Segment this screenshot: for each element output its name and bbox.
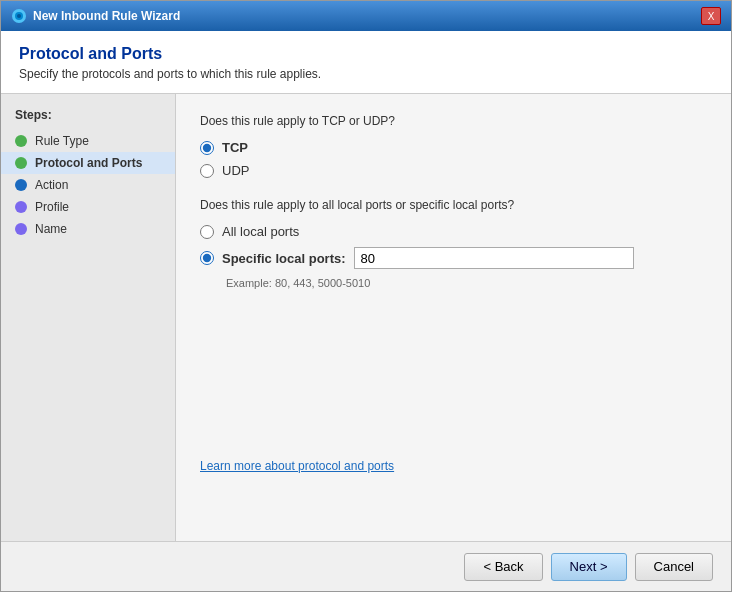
step-dot-action (15, 179, 27, 191)
footer: < Back Next > Cancel (1, 541, 731, 591)
close-button[interactable]: X (701, 7, 721, 25)
ports-radio-group: All local ports Specific local ports: Ex… (200, 224, 707, 289)
all-ports-radio-item: All local ports (200, 224, 707, 239)
sidebar: Steps: Rule Type Protocol and Ports Acti… (1, 94, 176, 541)
content-area: Steps: Rule Type Protocol and Ports Acti… (1, 94, 731, 541)
step-dot-protocol-and-ports (15, 157, 27, 169)
specific-ports-radio-item: Specific local ports: (200, 247, 707, 269)
sidebar-item-action[interactable]: Action (1, 174, 175, 196)
specific-ports-radio[interactable] (200, 251, 214, 265)
ports-example: Example: 80, 443, 5000-5010 (226, 277, 707, 289)
sidebar-item-profile[interactable]: Profile (1, 196, 175, 218)
sidebar-label-rule-type: Rule Type (35, 134, 89, 148)
svg-point-2 (17, 14, 21, 18)
main-panel: Does this rule apply to TCP or UDP? TCP … (176, 94, 731, 541)
sidebar-label-name: Name (35, 222, 67, 236)
sidebar-label-protocol-and-ports: Protocol and Ports (35, 156, 142, 170)
steps-label: Steps: (1, 108, 175, 130)
udp-radio[interactable] (200, 164, 214, 178)
page-title: Protocol and Ports (19, 45, 713, 63)
tcp-label[interactable]: TCP (222, 140, 248, 155)
step-dot-profile (15, 201, 27, 213)
title-bar-controls: X (701, 7, 721, 25)
sidebar-item-protocol-and-ports[interactable]: Protocol and Ports (1, 152, 175, 174)
window-title: New Inbound Rule Wizard (33, 9, 180, 23)
udp-label[interactable]: UDP (222, 163, 249, 178)
step-dot-rule-type (15, 135, 27, 147)
page-subtitle: Specify the protocols and ports to which… (19, 67, 713, 81)
step-dot-name (15, 223, 27, 235)
ports-input[interactable] (354, 247, 634, 269)
specific-ports-label[interactable]: Specific local ports: (222, 251, 346, 266)
title-bar-left: New Inbound Rule Wizard (11, 8, 180, 24)
sidebar-item-name[interactable]: Name (1, 218, 175, 240)
protocol-radio-group: TCP UDP (200, 140, 707, 178)
next-button[interactable]: Next > (551, 553, 627, 581)
learn-more-link[interactable]: Learn more about protocol and ports (200, 459, 394, 473)
window-icon (11, 8, 27, 24)
sidebar-label-profile: Profile (35, 200, 69, 214)
ports-question: Does this rule apply to all local ports … (200, 198, 707, 212)
title-bar: New Inbound Rule Wizard X (1, 1, 731, 31)
header-section: Protocol and Ports Specify the protocols… (1, 31, 731, 94)
cancel-button[interactable]: Cancel (635, 553, 713, 581)
tcp-radio[interactable] (200, 141, 214, 155)
sidebar-label-action: Action (35, 178, 68, 192)
tcp-radio-item: TCP (200, 140, 707, 155)
all-ports-label[interactable]: All local ports (222, 224, 299, 239)
main-window: New Inbound Rule Wizard X Protocol and P… (0, 0, 732, 592)
back-button[interactable]: < Back (464, 553, 542, 581)
udp-radio-item: UDP (200, 163, 707, 178)
learn-more-area: Learn more about protocol and ports (200, 309, 707, 473)
all-ports-radio[interactable] (200, 225, 214, 239)
sidebar-item-rule-type[interactable]: Rule Type (1, 130, 175, 152)
protocol-question: Does this rule apply to TCP or UDP? (200, 114, 707, 128)
